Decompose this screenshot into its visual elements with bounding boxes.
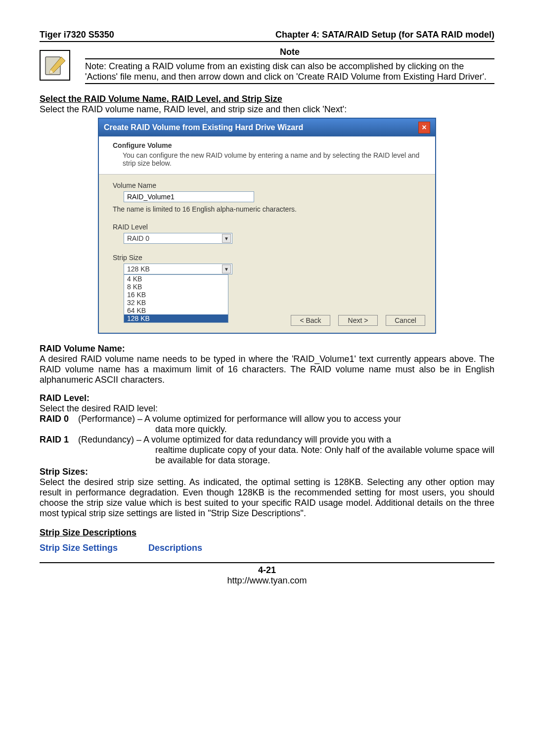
section-intro: Select the RAID volume name, RAID level,… (40, 104, 494, 115)
strip-size-label: Strip Size (113, 254, 421, 262)
back-button[interactable]: < Back (291, 315, 330, 326)
note-text: Note: Creating a RAID volume from an exi… (85, 61, 494, 84)
raid1-row: RAID 1 (Redundancy) – A volume optimized… (40, 435, 494, 466)
strip-option[interactable]: 32 KB (124, 299, 228, 307)
cancel-button[interactable]: Cancel (386, 315, 425, 326)
strip-option[interactable]: 8 KB (124, 283, 228, 291)
raid-level-select[interactable]: RAID 0 ▼ (124, 233, 232, 244)
raid1-cont: realtime duplicate copy of your data. No… (78, 445, 494, 466)
strip-option[interactable]: 4 KB (124, 275, 228, 283)
page-footer: 4-21 http://www.tyan.com (40, 562, 494, 586)
wizard-title-text: Create RAID Volume from Existing Hard Dr… (104, 123, 303, 132)
strip-desc-heading: Strip Size Descriptions (40, 528, 494, 538)
raid-volume-name-heading: RAID Volume Name: (40, 344, 494, 354)
note-block: Note Note: Creating a RAID volume from a… (40, 47, 494, 84)
footer-url: http://www.tyan.com (40, 576, 494, 586)
chevron-down-icon: ▼ (222, 265, 231, 273)
strip-option[interactable]: 16 KB (124, 291, 228, 299)
strip-table-col2: Descriptions (148, 543, 494, 553)
raid0-cont: data more quickly. (78, 424, 494, 435)
page-header: Tiger i7320 S5350 Chapter 4: SATA/RAID S… (40, 30, 494, 42)
strip-table-col1: Strip Size Settings (40, 543, 148, 553)
raid-level-label: RAID Level (113, 223, 421, 231)
header-right: Chapter 4: SATA/RAID Setup (for SATA RAI… (275, 30, 494, 40)
raid1-text: (Redundancy) – A volume optimized for da… (78, 435, 391, 445)
strip-size-value: 128 KB (127, 265, 150, 273)
section-heading: Select the RAID Volume Name, RAID Level,… (40, 94, 494, 104)
wizard-header-title: Configure Volume (113, 141, 421, 149)
volume-name-input[interactable] (124, 191, 254, 202)
strip-table-header: Strip Size Settings Descriptions (40, 543, 494, 553)
volume-name-label: Volume Name (113, 181, 421, 189)
header-left: Tiger i7320 S5350 (40, 30, 114, 40)
raid0-label: RAID 0 (40, 414, 78, 435)
note-heading: Note (85, 47, 494, 59)
wizard-dialog: Create RAID Volume from Existing Hard Dr… (98, 118, 436, 334)
raid0-row: RAID 0 (Performance) – A volume optimize… (40, 414, 494, 435)
raid1-label: RAID 1 (40, 435, 78, 466)
raid-level-intro: Select the desired RAID level: (40, 403, 494, 414)
next-button[interactable]: Next > (338, 315, 378, 326)
close-button[interactable]: × (418, 122, 430, 133)
strip-sizes-heading: Strip Sizes: (40, 467, 494, 477)
wizard-header-desc: You can configure the new RAID volume by… (123, 151, 421, 167)
volume-name-hint: The name is limited to 16 English alpha-… (113, 205, 421, 213)
raid0-text: (Performance) – A volume optimized for p… (78, 414, 401, 424)
wizard-header: Configure Volume You can configure the n… (99, 136, 435, 175)
raid-level-value: RAID 0 (127, 234, 149, 242)
page-number: 4-21 (40, 565, 494, 576)
raid-volume-name-text: A desired RAID volume name needs to be t… (40, 354, 494, 385)
close-icon: × (422, 123, 426, 132)
strip-sizes-text: Select the desired strip size setting. A… (40, 477, 494, 519)
chevron-down-icon: ▼ (222, 234, 231, 243)
raid-level-heading: RAID Level: (40, 393, 494, 403)
wizard-titlebar: Create RAID Volume from Existing Hard Dr… (99, 119, 435, 136)
pencil-note-icon (40, 50, 70, 81)
strip-size-select[interactable]: 128 KB ▼ (124, 264, 232, 274)
